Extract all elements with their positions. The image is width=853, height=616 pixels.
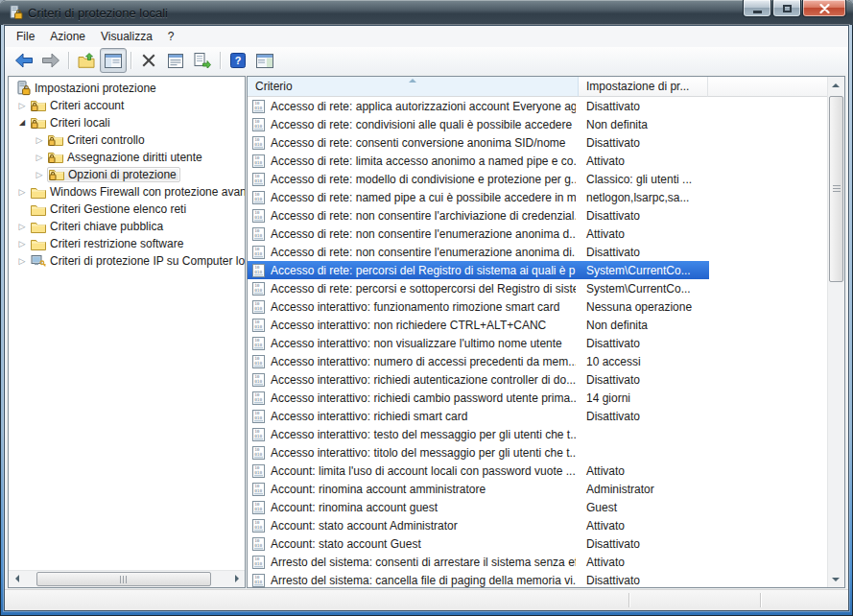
- tree-horizontal-scrollbar[interactable]: [9, 570, 245, 587]
- tree-item[interactable]: ▷Opzioni di protezione: [9, 166, 245, 183]
- tree-item[interactable]: ◢Criteri locali: [9, 114, 245, 131]
- menu-azione[interactable]: Azione: [42, 27, 93, 46]
- policy-setting: Attivato: [576, 227, 701, 241]
- tree-item-label: Windows Firewall con protezione avan: [50, 185, 245, 199]
- tree-item[interactable]: Criteri Gestione elenco reti: [9, 201, 245, 218]
- expander-collapsed-icon[interactable]: ▷: [32, 149, 47, 166]
- table-row[interactable]: 10010Accesso di rete: limita accesso ano…: [248, 152, 709, 170]
- titlebar[interactable]: Criteri di protezione locali: [0, 0, 853, 25]
- scroll-down-button[interactable]: [828, 571, 843, 587]
- table-row[interactable]: 10010Accesso interattivo: titolo del mes…: [248, 443, 709, 462]
- scroll-right-button[interactable]: [228, 571, 245, 586]
- table-row[interactable]: 10010Arresto del sistema: consenti di ar…: [248, 553, 709, 571]
- svg-text:010: 010: [254, 141, 262, 146]
- table-row[interactable]: 10010Account: limita l'uso di account lo…: [248, 462, 709, 480]
- table-row[interactable]: 10010Accesso interattivo: funzionamento …: [248, 297, 709, 316]
- tree-item[interactable]: ▷Criteri restrizione software: [9, 235, 245, 252]
- table-row[interactable]: 10010Accesso interattivo: testo del mess…: [248, 425, 709, 443]
- table-row[interactable]: 10010Accesso di rete: non consentire l'a…: [248, 206, 709, 225]
- expander-collapsed-icon[interactable]: ▷: [14, 252, 30, 270]
- vertical-scroll-thumb[interactable]: [829, 96, 843, 282]
- svg-text:010: 010: [254, 542, 262, 547]
- ip-security-icon: [31, 254, 46, 268]
- expander-collapsed-icon[interactable]: ▷: [32, 166, 47, 183]
- delete-button[interactable]: [135, 48, 162, 73]
- show-action-pane-button[interactable]: [251, 48, 278, 73]
- expander-collapsed-icon[interactable]: ▷: [14, 97, 30, 114]
- menu-visualizza[interactable]: Visualizza: [93, 27, 160, 46]
- svg-text:010: 010: [254, 396, 262, 401]
- policy-name: Accesso di rete: consenti conversione an…: [271, 136, 576, 150]
- table-row[interactable]: 10010Account: stato account Administrato…: [248, 516, 709, 534]
- table-row[interactable]: 10010Account: stato account GuestDisatti…: [248, 534, 709, 553]
- table-row[interactable]: 10010Accesso interattivo: non richiedere…: [248, 316, 709, 334]
- svg-text:010: 010: [254, 524, 262, 529]
- expander-collapsed-icon[interactable]: ▷: [14, 218, 30, 235]
- expander-collapsed-icon[interactable]: ▷: [32, 131, 47, 149]
- expander-collapsed-icon[interactable]: ▷: [14, 183, 30, 201]
- scroll-left-button[interactable]: [9, 571, 25, 586]
- content-area: Impostazioni protezione▷Criteri account◢…: [5, 74, 848, 590]
- tree-item[interactable]: ▷Criteri controllo: [9, 131, 245, 149]
- policy-name: Accesso interattivo: funzionamento rimoz…: [271, 300, 576, 314]
- svg-text:010: 010: [254, 232, 262, 237]
- table-row[interactable]: 10010Account: rinomina account amministr…: [248, 480, 709, 498]
- table-row[interactable]: 10010Accesso interattivo: richiedi auten…: [248, 370, 709, 389]
- policy-name: Accesso interattivo: testo del messaggio…: [271, 428, 576, 441]
- tree-item[interactable]: ▷Criteri account: [9, 97, 245, 114]
- svg-text:010: 010: [254, 579, 262, 583]
- table-row[interactable]: 10010Accesso interattivo: richiedi cambi…: [248, 389, 709, 407]
- scroll-up-button[interactable]: [828, 77, 843, 93]
- table-row[interactable]: 10010Accesso di rete: modello di condivi…: [248, 170, 709, 188]
- maximize-button[interactable]: [772, 0, 801, 17]
- policy-setting: Disattivato: [576, 574, 701, 587]
- svg-text:010: 010: [254, 305, 262, 310]
- table-row[interactable]: 10010Accesso di rete: named pipe a cui è…: [248, 188, 709, 206]
- policy-name: Account: rinomina account amministratore: [271, 483, 576, 496]
- back-button[interactable]: [11, 48, 37, 73]
- horizontal-scroll-thumb[interactable]: [36, 572, 211, 586]
- help-button[interactable]: ?: [225, 48, 251, 73]
- menu-file[interactable]: File: [9, 27, 42, 46]
- tree-item[interactable]: ▷Assegnazione diritti utente: [9, 149, 245, 166]
- policy-doc-icon: 10010: [252, 191, 265, 204]
- export-list-button[interactable]: [189, 48, 216, 73]
- tree-item[interactable]: ▷Windows Firewall con protezione avan: [9, 183, 245, 201]
- tree-item[interactable]: Impostazioni protezione: [9, 80, 245, 97]
- policy-name: Accesso interattivo: titolo del messaggi…: [271, 446, 576, 460]
- forward-button[interactable]: [37, 48, 64, 73]
- policy-name: Accesso interattivo: richiedi smart card: [271, 410, 576, 423]
- policy-doc-icon: 10010: [252, 319, 265, 332]
- table-row[interactable]: 10010Accesso di rete: applica autorizzaz…: [248, 97, 709, 115]
- table-row[interactable]: 10010Accesso interattivo: richiedi smart…: [248, 407, 709, 425]
- up-one-level-button[interactable]: [73, 48, 100, 73]
- table-row[interactable]: 10010Account: rinomina account guestGues…: [248, 498, 709, 516]
- table-row[interactable]: 10010Accesso di rete: consenti conversio…: [248, 133, 709, 152]
- table-row[interactable]: 10010Accesso di rete: non consentire l'e…: [248, 225, 709, 243]
- policy-name: Accesso interattivo: richiedi cambio pas…: [271, 391, 576, 405]
- expander-expanded-icon[interactable]: ◢: [14, 114, 30, 131]
- column-header-criterio[interactable]: Criterio: [248, 77, 579, 97]
- tree-item[interactable]: ▷Criteri chiave pubblica: [9, 218, 245, 235]
- table-row[interactable]: 10010Accesso di rete: percorsi del Regis…: [248, 261, 709, 279]
- table-row[interactable]: 10010Accesso interattivo: numero di acce…: [248, 352, 709, 370]
- close-button[interactable]: [802, 0, 846, 17]
- policy-doc-icon: 10010: [252, 391, 265, 405]
- table-row[interactable]: 10010Arresto del sistema: cancella file …: [248, 571, 709, 587]
- properties-button[interactable]: [162, 48, 189, 73]
- table-row[interactable]: 10010Accesso interattivo: non visualizza…: [248, 334, 709, 352]
- table-row[interactable]: 10010Accesso di rete: condivisioni alle …: [248, 115, 709, 133]
- menu-help[interactable]: ?: [160, 27, 182, 46]
- svg-text:010: 010: [254, 360, 262, 365]
- column-header-impostazione[interactable]: Impostazione di pr...: [579, 77, 708, 97]
- list-vertical-scrollbar[interactable]: [827, 77, 844, 587]
- close-icon: [819, 4, 830, 13]
- expander-collapsed-icon[interactable]: ▷: [14, 235, 30, 252]
- table-row[interactable]: 10010Accesso di rete: percorsi e sottope…: [248, 279, 709, 297]
- security-console-icon: [8, 5, 23, 20]
- show-console-tree-button[interactable]: [100, 48, 127, 73]
- tree-item[interactable]: ▷Criteri di protezione IP su Computer lo: [9, 252, 245, 270]
- horizontal-scroll-track[interactable]: [25, 571, 228, 587]
- minimize-button[interactable]: [743, 0, 771, 17]
- table-row[interactable]: 10010Accesso di rete: non consentire l'e…: [248, 243, 709, 261]
